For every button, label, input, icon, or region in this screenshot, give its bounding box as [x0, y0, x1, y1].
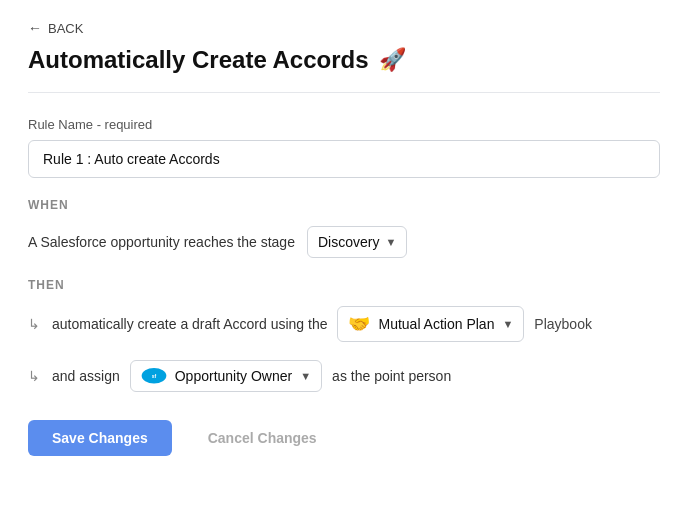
back-arrow-icon: ← [28, 20, 42, 36]
title-text: Automatically Create Accords [28, 46, 369, 74]
footer-actions: Save Changes Cancel Changes [28, 420, 660, 456]
back-label: BACK [48, 21, 83, 36]
hook-arrow-icon-2: ↳ [28, 368, 40, 384]
when-label: WHEN [28, 198, 660, 212]
rocket-icon: 🚀 [379, 47, 406, 73]
action-text: automatically create a draft Accord usin… [52, 316, 327, 332]
stage-dropdown[interactable]: Discovery ▼ [307, 226, 407, 258]
salesforce-logo-icon: sf [141, 367, 167, 385]
rule-name-input[interactable] [28, 140, 660, 178]
svg-text:sf: sf [151, 373, 156, 379]
condition-row: A Salesforce opportunity reaches the sta… [28, 226, 660, 258]
playbook-name-label: Mutual Action Plan [378, 316, 494, 332]
action-row-1: ↳ automatically create a draft Accord us… [28, 306, 660, 342]
when-section: WHEN A Salesforce opportunity reaches th… [28, 198, 660, 258]
action-row-2: ↳ and assign sf Opportunity Owner ▼ as t… [28, 360, 660, 392]
title-divider [28, 92, 660, 93]
then-label: THEN [28, 278, 660, 292]
page-container: ← BACK Automatically Create Accords 🚀 Ru… [0, 0, 688, 484]
handshake-icon: 🤝 [348, 313, 370, 335]
page-title: Automatically Create Accords 🚀 [28, 46, 660, 74]
playbook-chevron-icon: ▼ [502, 318, 513, 330]
rule-name-section: Rule Name - required [28, 117, 660, 178]
playbook-suffix-text: Playbook [534, 316, 592, 332]
hook-arrow-icon-1: ↳ [28, 316, 40, 332]
save-button[interactable]: Save Changes [28, 420, 172, 456]
chevron-down-icon: ▼ [385, 236, 396, 248]
assign-text: and assign [52, 368, 120, 384]
stage-selected-label: Discovery [318, 234, 379, 250]
owner-chevron-icon: ▼ [300, 370, 311, 382]
owner-label: Opportunity Owner [175, 368, 293, 384]
owner-dropdown[interactable]: sf Opportunity Owner ▼ [130, 360, 322, 392]
then-section: THEN ↳ automatically create a draft Acco… [28, 278, 660, 392]
cancel-button[interactable]: Cancel Changes [184, 420, 341, 456]
condition-text: A Salesforce opportunity reaches the sta… [28, 234, 295, 250]
rule-name-label: Rule Name - required [28, 117, 660, 132]
point-person-text: as the point person [332, 368, 451, 384]
playbook-dropdown[interactable]: 🤝 Mutual Action Plan ▼ [337, 306, 524, 342]
back-link[interactable]: ← BACK [28, 20, 660, 36]
